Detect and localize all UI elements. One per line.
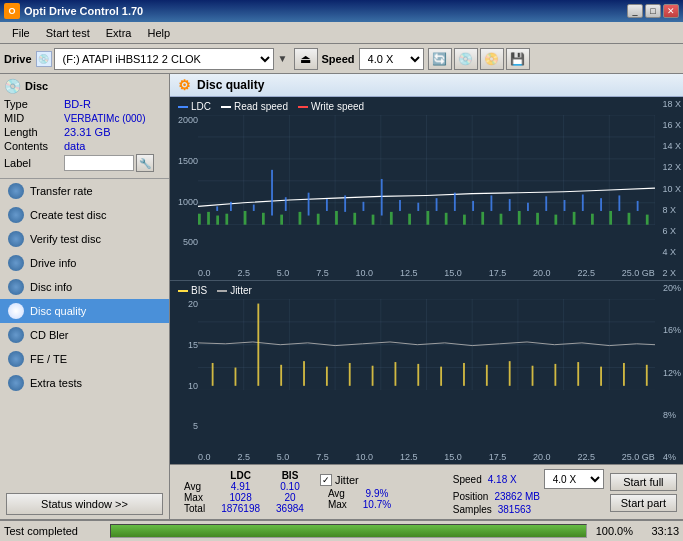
- svg-rect-23: [344, 195, 346, 211]
- minimize-button[interactable]: _: [627, 4, 643, 18]
- svg-rect-86: [326, 367, 328, 386]
- menu-start-test[interactable]: Start test: [38, 25, 98, 41]
- top-chart-legend: LDC Read speed Write speed: [178, 101, 364, 112]
- status-window-button[interactable]: Status window >>: [6, 493, 163, 515]
- svg-rect-34: [545, 196, 547, 211]
- svg-rect-83: [257, 304, 259, 386]
- svg-rect-40: [198, 214, 201, 225]
- bottom-chart-x-axis: 0.02.55.07.510.012.515.017.520.022.525.0…: [198, 452, 655, 462]
- speed-samples-val: 381563: [498, 504, 548, 515]
- svg-rect-60: [536, 213, 539, 225]
- disc-type-label: Type: [4, 98, 64, 110]
- progress-bar: [110, 524, 587, 538]
- drive-select[interactable]: (F:) ATAPI iHBS112 2 CLOK: [54, 48, 274, 70]
- nav-transfer-rate[interactable]: Transfer rate: [0, 179, 169, 203]
- progress-percent: 100.0%: [593, 525, 633, 537]
- disc-type-value: BD-R: [64, 98, 91, 110]
- maximize-button[interactable]: □: [645, 4, 661, 18]
- stats-avg-label: Avg: [176, 481, 213, 492]
- svg-rect-50: [353, 213, 356, 225]
- svg-rect-24: [363, 202, 365, 211]
- svg-rect-87: [349, 363, 351, 386]
- title-bar: O Opti Drive Control 1.70 _ □ ✕: [0, 0, 683, 22]
- svg-rect-94: [509, 361, 511, 386]
- charts-area: LDC Read speed Write speed 18 X16 X14 X1…: [170, 97, 683, 464]
- svg-rect-91: [440, 367, 442, 386]
- svg-rect-38: [618, 195, 620, 211]
- status-text: Test completed: [4, 525, 104, 537]
- svg-rect-45: [262, 213, 265, 225]
- nav-create-test-disc[interactable]: Create test disc: [0, 203, 169, 227]
- stats-max-label: Max: [176, 492, 213, 503]
- svg-rect-53: [408, 214, 411, 225]
- drive-info-icon: [8, 255, 24, 271]
- nav-drive-info[interactable]: Drive info: [0, 251, 169, 275]
- svg-rect-31: [490, 195, 492, 211]
- nav-drive-info-label: Drive info: [30, 257, 76, 269]
- svg-rect-37: [600, 198, 602, 211]
- nav-list: Transfer rate Create test disc Verify te…: [0, 179, 169, 395]
- svg-rect-19: [271, 170, 273, 216]
- svg-rect-22: [326, 199, 328, 211]
- svg-rect-33: [527, 203, 529, 211]
- start-full-button[interactable]: Start full: [610, 473, 677, 491]
- burn-button[interactable]: 📀: [480, 48, 504, 70]
- save-button[interactable]: 💾: [506, 48, 530, 70]
- nav-verify-test-disc[interactable]: Verify test disc: [0, 227, 169, 251]
- jitter-avg-label: Avg: [320, 488, 355, 499]
- nav-disc-info[interactable]: Disc info: [0, 275, 169, 299]
- speed-select-stats[interactable]: 4.0 X: [544, 469, 604, 489]
- nav-disc-quality-label: Disc quality: [30, 305, 86, 317]
- toolbar: Drive 💿 (F:) ATAPI iHBS112 2 CLOK ▼ ⏏ Sp…: [0, 44, 683, 74]
- svg-rect-29: [454, 193, 456, 211]
- svg-rect-46: [280, 215, 283, 225]
- jitter-checkbox[interactable]: ✓: [320, 474, 332, 486]
- svg-rect-98: [600, 367, 602, 386]
- svg-rect-49: [335, 211, 338, 225]
- nav-transfer-rate-label: Transfer rate: [30, 185, 93, 197]
- menu-file[interactable]: File: [4, 25, 38, 41]
- svg-rect-95: [532, 366, 534, 386]
- stats-total-bis: 36984: [268, 503, 312, 514]
- main-area: 💿 Disc Type BD-R MID VERBATIMc (000) Len…: [0, 74, 683, 519]
- svg-rect-59: [518, 211, 521, 225]
- close-button[interactable]: ✕: [663, 4, 679, 18]
- refresh-button[interactable]: 🔄: [428, 48, 452, 70]
- disc-label-label: Label: [4, 157, 64, 169]
- speed-select-toolbar[interactable]: 4.0 X: [359, 48, 424, 70]
- action-section: Start full Start part: [610, 473, 677, 512]
- disc-mid-label: MID: [4, 112, 64, 124]
- speed-position-label: Position: [453, 491, 489, 502]
- disc-button[interactable]: 💿: [454, 48, 478, 70]
- svg-rect-30: [472, 201, 474, 211]
- svg-rect-81: [212, 363, 214, 386]
- svg-rect-93: [486, 365, 488, 386]
- start-part-button[interactable]: Start part: [610, 494, 677, 512]
- disc-length-value: 23.31 GB: [64, 126, 110, 138]
- svg-rect-54: [427, 211, 430, 225]
- create-test-disc-icon: [8, 207, 24, 223]
- speed-speed-val: 4.18 X: [488, 474, 538, 485]
- svg-rect-82: [235, 368, 237, 386]
- legend-ldc: LDC: [191, 101, 211, 112]
- disc-label-input[interactable]: [64, 155, 134, 171]
- speed-position-val: 23862 MB: [494, 491, 544, 502]
- disc-label-button[interactable]: 🔧: [136, 154, 154, 172]
- nav-disc-quality[interactable]: Disc quality: [0, 299, 169, 323]
- eject-button[interactable]: ⏏: [294, 48, 318, 70]
- menu-help[interactable]: Help: [139, 25, 178, 41]
- svg-rect-92: [463, 363, 465, 386]
- svg-rect-25: [381, 179, 383, 216]
- svg-rect-39: [637, 201, 639, 211]
- nav-fe-te[interactable]: FE / TE: [0, 347, 169, 371]
- svg-rect-66: [646, 215, 649, 225]
- status-time: 33:13: [639, 525, 679, 537]
- nav-extra-tests[interactable]: Extra tests: [0, 371, 169, 395]
- stats-avg-ldc: 4.91: [213, 481, 268, 492]
- menu-extra[interactable]: Extra: [98, 25, 140, 41]
- bottom-chart-y-axis-right: 20%16%12%8%4%: [663, 281, 681, 464]
- nav-cd-bler[interactable]: CD Bler: [0, 323, 169, 347]
- svg-rect-88: [372, 366, 374, 386]
- jitter-label: Jitter: [335, 474, 359, 486]
- stats-table: LDC BIS Avg 4.91 0.10 Max 1028: [176, 470, 312, 514]
